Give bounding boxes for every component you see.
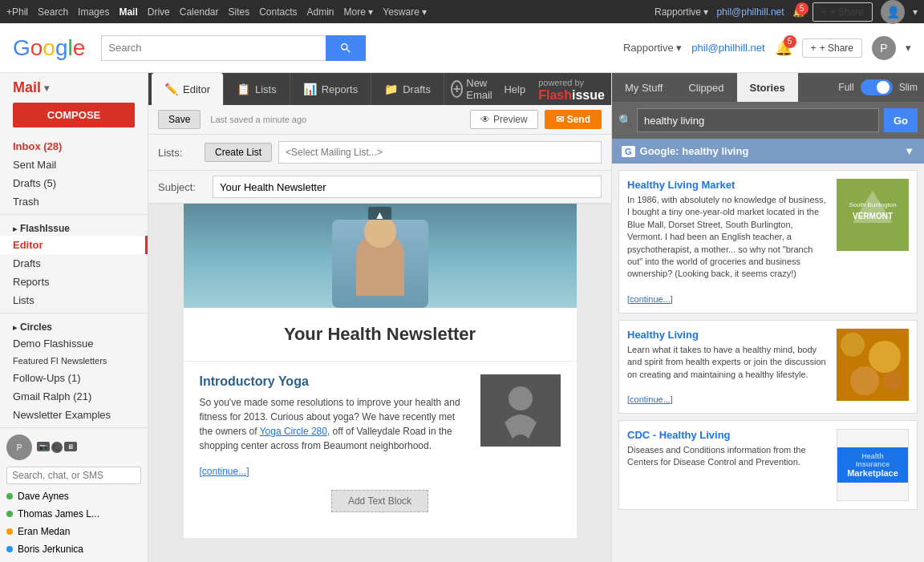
fi-toolbar: Save Last saved a minute ago 👁 Preview ✉… <box>148 105 611 135</box>
plus-phil-link[interactable]: +Phil <box>6 6 28 18</box>
mail-heading[interactable]: Mail ▾ <box>0 79 148 103</box>
avatar-dropdown[interactable]: ▾ <box>906 42 911 54</box>
tab-lists[interactable]: 📋 Lists <box>224 73 290 105</box>
right-tab-clipped[interactable]: Clipped <box>675 73 736 102</box>
new-email-button[interactable]: + New Email <box>451 77 498 101</box>
right-tab-mystuff[interactable]: My Stuff <box>612 73 675 102</box>
compose-button[interactable]: COMPOSE <box>13 103 135 127</box>
sidebar-item-fi-reports[interactable]: Reports <box>0 273 148 291</box>
card-title-2[interactable]: Healthy Living <box>627 329 830 341</box>
account-dropdown-icon[interactable]: ▾ <box>913 6 918 18</box>
add-text-block-button[interactable]: Add Text Block <box>331 490 428 512</box>
share-button[interactable]: + + Share <box>813 2 873 22</box>
sidebar-item-editor[interactable]: Editor <box>0 236 148 254</box>
help-button[interactable]: Help <box>497 83 532 95</box>
screen-icon[interactable]: 🖥 <box>64 442 77 451</box>
subject-input[interactable] <box>213 176 602 198</box>
card-title-3[interactable]: CDC - Healthy Living <box>627 429 830 441</box>
yoga-image <box>480 374 561 447</box>
card-text-1: Healthy Living Market In 1986, with abso… <box>627 179 830 305</box>
header-search-button[interactable] <box>326 35 366 61</box>
tab-editor[interactable]: ✏️ Editor <box>152 73 224 105</box>
fi-tabs: ✏️ Editor 📋 Lists 📊 Reports 📁 Drafts + N… <box>148 73 611 105</box>
sidebar-item-sent[interactable]: Sent Mail <box>0 156 148 174</box>
mailing-list-input[interactable] <box>278 141 602 164</box>
images-link[interactable]: Images <box>78 6 109 18</box>
mail-link[interactable]: Mail <box>119 6 137 18</box>
contact-thomas[interactable]: Thomas James L... <box>0 505 148 523</box>
admin-link[interactable]: Admin <box>307 6 334 18</box>
yesware-link[interactable]: Yesware ▾ <box>383 6 427 18</box>
video-icon[interactable]: 📷 <box>37 442 50 451</box>
tab-reports[interactable]: 📊 Reports <box>290 73 372 105</box>
phone-icon[interactable]: 📞 <box>51 442 63 453</box>
flashissue-area: ✏️ Editor 📋 Lists 📊 Reports 📁 Drafts + N… <box>148 73 611 562</box>
google-icon: G <box>622 146 635 157</box>
save-button[interactable]: Save <box>158 110 201 129</box>
contacts-link[interactable]: Contacts <box>259 6 297 18</box>
contact-dave[interactable]: Dave Aynes <box>0 487 148 505</box>
sidebar-item-demo[interactable]: Demo Flashissue <box>0 334 148 353</box>
send-button[interactable]: ✉ Send <box>545 110 602 129</box>
sidebar-item-fi-drafts[interactable]: Drafts <box>0 254 148 273</box>
toggle-switch[interactable] <box>861 79 893 95</box>
card-body-1: In 1986, with absolutely no knowledge of… <box>627 194 830 281</box>
header-search-input[interactable] <box>101 35 326 61</box>
right-tab-stories[interactable]: Stories <box>737 73 798 102</box>
more-link[interactable]: More ▾ <box>344 6 374 18</box>
sites-link[interactable]: Sites <box>228 6 249 18</box>
rapportive-btn[interactable]: Rapportive ▾ <box>623 42 682 54</box>
sidebar-item-drafts[interactable]: Drafts (5) <box>0 174 148 192</box>
email-preview: ▲ Your Health Newsletter <box>184 204 577 538</box>
card-title-1[interactable]: Healthy Living Market <box>627 179 830 191</box>
create-list-button[interactable]: Create List <box>205 143 272 162</box>
flashissue-section[interactable]: ▸ FlashIssue <box>0 218 148 236</box>
article-continue[interactable]: [continue...] <box>200 466 249 477</box>
email-body: Introductory Yoga So you've made some re… <box>184 362 577 538</box>
circles-section[interactable]: ▸ Circles <box>0 317 148 334</box>
go-button[interactable]: Go <box>884 108 918 132</box>
search-row: 🔍 Go <box>612 102 924 139</box>
video-icons: 📷 📞 🖥 <box>37 442 77 453</box>
preview-button[interactable]: 👁 Preview <box>470 110 538 129</box>
chat-search-container <box>0 463 148 487</box>
status-indicator <box>6 528 13 535</box>
share-header-button[interactable]: ++ Share <box>802 38 862 58</box>
avatar[interactable]: 👤 <box>881 0 905 24</box>
card-image-1: South Burlington VERMONT <box>837 179 909 251</box>
tab-drafts[interactable]: 📁 Drafts <box>371 73 444 105</box>
contact-boris[interactable]: Boris Jerkunica <box>0 540 148 558</box>
toggle-knob <box>877 81 890 94</box>
chat-search-input[interactable] <box>6 467 141 484</box>
contact-eran[interactable]: Eran Medan <box>0 523 148 540</box>
status-indicator <box>6 546 13 552</box>
yoga-link[interactable]: Yoga Circle 280 <box>260 426 327 437</box>
editor-icon: ✏️ <box>164 83 178 95</box>
notifications-header[interactable]: 🔔 5 <box>775 39 792 57</box>
user-avatar[interactable]: P <box>872 36 896 60</box>
header: Google Rapportive ▾ phil@philhill.net 🔔 … <box>0 23 924 73</box>
sidebar-item-followups[interactable]: Follow-Ups (1) <box>0 369 148 387</box>
sidebar-item-newsletter-examples[interactable]: Newsletter Examples <box>0 406 148 424</box>
svg-point-1 <box>509 386 533 410</box>
drive-link[interactable]: Drive <box>148 6 170 18</box>
new-email-plus-icon: + <box>451 80 463 98</box>
notification-bell[interactable]: 🔔 5 <box>792 6 804 18</box>
sidebar-item-trash[interactable]: Trash <box>0 192 148 211</box>
calendar-link[interactable]: Calendar <box>180 6 219 18</box>
right-tabs: My Stuff Clipped Stories Full Slim <box>612 73 924 102</box>
sidebar-item-featured[interactable]: Featured FI Newsletters <box>0 353 148 369</box>
sidebar-item-gmail-ralph[interactable]: Gmail Ralph (21) <box>0 387 148 406</box>
sidebar-item-inbox[interactable]: Inbox (28) <box>0 137 148 156</box>
sidebar-item-fi-lists[interactable]: Lists <box>0 291 148 309</box>
card-continue-1[interactable]: [continue...] <box>627 294 673 304</box>
drafts-icon: 📁 <box>384 83 398 95</box>
rapportive-label[interactable]: Rapportive ▾ <box>654 6 708 18</box>
notification-badge: 5 <box>796 2 808 15</box>
card-continue-2[interactable]: [continue...] <box>627 394 673 404</box>
article-title: Introductory Yoga <box>200 374 471 389</box>
contact-david[interactable]: David Politis <box>0 558 148 562</box>
search-link[interactable]: Search <box>38 6 68 18</box>
stories-search-input[interactable] <box>637 108 879 132</box>
google-result-banner[interactable]: G Google: healthy living ▼ <box>612 139 924 164</box>
